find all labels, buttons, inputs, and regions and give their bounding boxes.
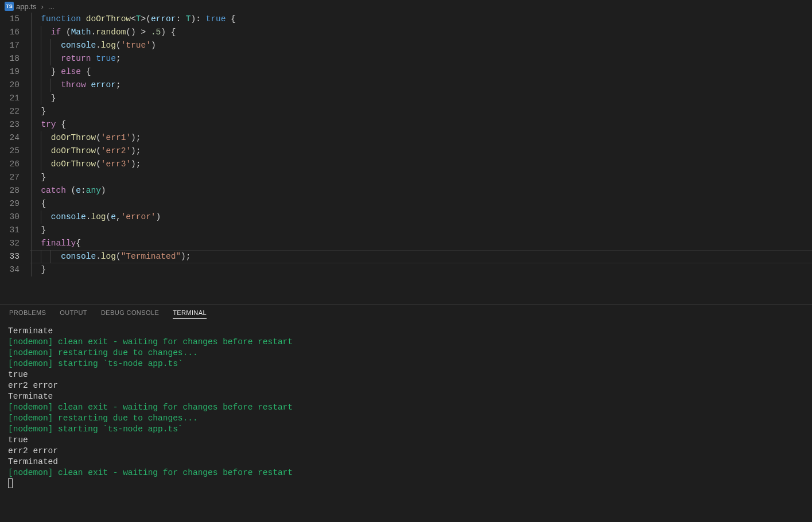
- code-line[interactable]: 27 }: [0, 171, 812, 184]
- code-text[interactable]: }: [31, 171, 812, 184]
- indent-guide: [31, 158, 32, 171]
- code-line[interactable]: 23 try {: [0, 118, 812, 131]
- code-text[interactable]: }: [31, 263, 812, 276]
- indent-guide: [50, 250, 51, 263]
- terminal-line: [nodemon] starting `ts-node app.ts`: [8, 424, 804, 435]
- indent-guide: [31, 145, 32, 158]
- indent-guide: [31, 171, 32, 184]
- panel-tab-output[interactable]: OUTPUT: [60, 309, 87, 319]
- indent-guide: [50, 39, 51, 52]
- indent-guide: [31, 39, 32, 52]
- code-text[interactable]: return true;: [31, 52, 812, 65]
- line-number: 30: [0, 211, 31, 224]
- line-number: 26: [0, 158, 31, 171]
- indent-guide: [41, 26, 41, 39]
- code-line[interactable]: 30 console.log(e,'error'): [0, 211, 812, 224]
- terminal-line: [nodemon] clean exit - waiting for chang…: [8, 402, 804, 413]
- code-text[interactable]: } else {: [31, 65, 812, 79]
- breadcrumb[interactable]: TS app.ts › ...: [0, 0, 812, 13]
- terminal-line: true: [8, 435, 804, 446]
- line-number: 33: [0, 250, 31, 263]
- code-text[interactable]: console.log("Terminated");: [31, 250, 812, 263]
- code-editor[interactable]: 15 function doOrThrow<T>(error: T): true…: [0, 13, 812, 304]
- code-line[interactable]: 19 } else {: [0, 65, 812, 79]
- panel-tab-terminal[interactable]: TERMINAL: [173, 309, 207, 319]
- indent-guide: [31, 65, 32, 79]
- indent-guide: [31, 131, 32, 145]
- chevron-right-icon: ›: [38, 2, 45, 11]
- line-number: 16: [0, 26, 31, 39]
- terminal-line: [nodemon] clean exit - waiting for chang…: [8, 337, 804, 348]
- code-line[interactable]: 24 doOrThrow('err1');: [0, 131, 812, 145]
- line-number: 25: [0, 145, 31, 158]
- terminal-line: err2 error: [8, 380, 804, 391]
- code-text[interactable]: try {: [31, 118, 812, 131]
- indent-guide: [41, 250, 41, 263]
- code-line[interactable]: 18 return true;: [0, 52, 812, 65]
- indent-guide: [31, 250, 32, 263]
- indent-guide: [41, 79, 41, 92]
- terminal-line: [nodemon] restarting due to changes...: [8, 348, 804, 359]
- code-text[interactable]: console.log(e,'error'): [31, 211, 812, 224]
- code-text[interactable]: throw error;: [31, 79, 812, 92]
- line-number: 20: [0, 79, 31, 92]
- indent-guide: [31, 52, 32, 65]
- line-number: 32: [0, 237, 31, 250]
- indent-guide: [31, 13, 32, 26]
- typescript-icon: TS: [5, 2, 14, 11]
- line-number: 34: [0, 263, 31, 276]
- indent-guide: [31, 263, 32, 276]
- code-text[interactable]: catch (e:any): [31, 184, 812, 197]
- code-text[interactable]: {: [31, 197, 812, 211]
- code-line[interactable]: 21 }: [0, 92, 812, 105]
- indent-guide: [31, 26, 32, 39]
- line-number: 31: [0, 224, 31, 237]
- indent-guide: [31, 237, 32, 250]
- code-text[interactable]: }: [31, 224, 812, 237]
- code-line[interactable]: 33 console.log("Terminated");: [0, 250, 812, 263]
- bottom-panel: PROBLEMSOUTPUTDEBUG CONSOLETERMINAL Term…: [0, 304, 812, 522]
- code-text[interactable]: function doOrThrow<T>(error: T): true {: [31, 13, 812, 26]
- panel-tab-debug[interactable]: DEBUG CONSOLE: [101, 309, 159, 319]
- code-line[interactable]: 15 function doOrThrow<T>(error: T): true…: [0, 13, 812, 26]
- terminal-line: [nodemon] starting `ts-node app.ts`: [8, 359, 804, 369]
- indent-guide: [41, 158, 41, 171]
- terminal-line: Terminated: [8, 457, 804, 468]
- code-text[interactable]: doOrThrow('err1');: [31, 131, 812, 145]
- terminal-output[interactable]: Terminate[nodemon] clean exit - waiting …: [0, 322, 812, 522]
- code-line[interactable]: 32 finally{: [0, 237, 812, 250]
- code-text[interactable]: }: [31, 105, 812, 118]
- code-line[interactable]: 16 if (Math.random() > .5) {: [0, 26, 812, 39]
- terminal-line: Terminate: [8, 326, 804, 337]
- indent-guide: [31, 118, 32, 131]
- panel-tab-problems[interactable]: PROBLEMS: [9, 309, 46, 319]
- code-line[interactable]: 25 doOrThrow('err2');: [0, 145, 812, 158]
- indent-guide: [31, 92, 32, 105]
- indent-guide: [41, 145, 41, 158]
- indent-guide: [41, 92, 41, 105]
- code-line[interactable]: 29 {: [0, 197, 812, 211]
- indent-guide: [41, 39, 41, 52]
- code-line[interactable]: 31 }: [0, 224, 812, 237]
- indent-guide: [31, 184, 32, 197]
- code-line[interactable]: 34 }: [0, 263, 812, 276]
- code-text[interactable]: }: [31, 92, 812, 105]
- terminal-line: [nodemon] restarting due to changes...: [8, 413, 804, 424]
- breadcrumb-more[interactable]: ...: [48, 2, 55, 11]
- code-line[interactable]: 26 doOrThrow('err3');: [0, 158, 812, 171]
- code-text[interactable]: if (Math.random() > .5) {: [31, 26, 812, 39]
- code-text[interactable]: finally{: [31, 237, 812, 250]
- code-text[interactable]: doOrThrow('err3');: [31, 158, 812, 171]
- breadcrumb-file[interactable]: app.ts: [16, 2, 36, 11]
- code-text[interactable]: console.log('true'): [31, 39, 812, 52]
- code-line[interactable]: 22 }: [0, 105, 812, 118]
- indent-guide: [50, 52, 51, 65]
- code-line[interactable]: 20 throw error;: [0, 79, 812, 92]
- code-line[interactable]: 17 console.log('true'): [0, 39, 812, 52]
- indent-guide: [31, 105, 32, 118]
- indent-guide: [31, 79, 32, 92]
- line-number: 24: [0, 131, 31, 145]
- code-text[interactable]: doOrThrow('err2');: [31, 145, 812, 158]
- line-number: 28: [0, 184, 31, 197]
- code-line[interactable]: 28 catch (e:any): [0, 184, 812, 197]
